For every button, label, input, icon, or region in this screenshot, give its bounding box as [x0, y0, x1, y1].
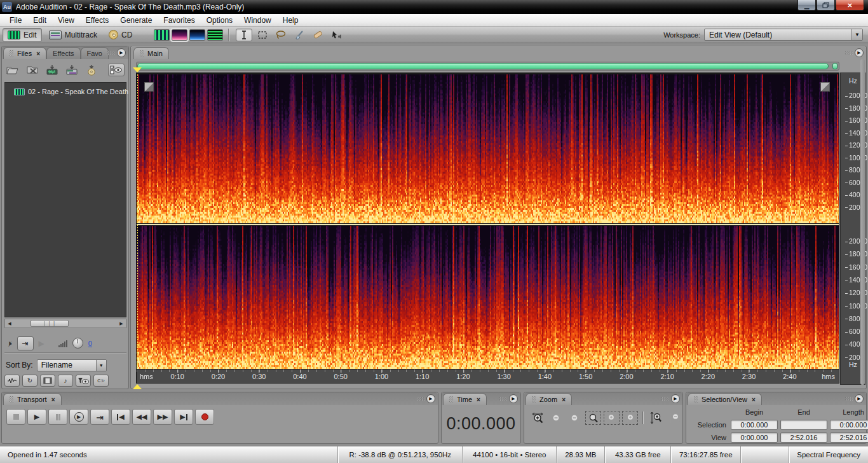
view-begin-field[interactable]: 0:00.000	[731, 432, 778, 443]
playhead-marker-bottom-icon[interactable]	[133, 384, 142, 389]
scroll-left-icon[interactable]: ◀	[5, 319, 14, 328]
file-list[interactable]: 02 - Rage - Speak Of The Death	[4, 82, 126, 317]
tab-transport[interactable]: Transport ×	[3, 393, 62, 405]
menu-effects[interactable]: Effects	[80, 15, 114, 26]
panel-menu-button[interactable]: ▶	[855, 394, 864, 403]
display-corner-handle[interactable]	[144, 82, 154, 92]
menu-edit[interactable]: Edit	[27, 15, 52, 26]
menu-view[interactable]: View	[52, 15, 80, 26]
zoom-to-selection-icon[interactable]	[585, 411, 601, 425]
menu-file[interactable]: File	[4, 15, 27, 26]
menu-generate[interactable]: Generate	[114, 15, 158, 26]
horizontal-zoom-navigator[interactable]	[136, 62, 839, 71]
navigator-thumb[interactable]	[137, 63, 829, 69]
multitrack-view-button[interactable]: Multitrack	[44, 28, 102, 42]
go-to-end-button[interactable]: ▶	[174, 409, 193, 425]
menu-favorites[interactable]: Favorites	[158, 15, 200, 26]
minimize-button[interactable]: ▁	[797, 0, 816, 11]
menu-window[interactable]: Window	[238, 15, 277, 26]
import-file-icon[interactable]	[45, 64, 59, 76]
mute-speaker-icon[interactable]: 🕨̷	[7, 339, 12, 348]
edit-view-button[interactable]: Edit	[3, 28, 42, 42]
show-options-icon[interactable]	[108, 64, 125, 76]
selection-length-field[interactable]: 0:00.000	[830, 420, 868, 430]
file-item[interactable]: 02 - Rage - Speak Of The Death	[5, 86, 126, 97]
spectrogram-left-channel[interactable]	[137, 74, 839, 223]
selection-begin-field[interactable]: 0:00.000	[731, 420, 778, 430]
pause-button[interactable]	[48, 409, 67, 425]
zoom-in-horizontal-icon[interactable]	[530, 411, 546, 425]
show-video-icon[interactable]	[40, 375, 55, 387]
zoom-out-full-icon[interactable]	[567, 411, 583, 425]
display-corner-handle[interactable]	[820, 82, 830, 92]
spectral-frequency-view-icon[interactable]	[172, 29, 187, 41]
insert-into-cd-icon[interactable]	[85, 64, 98, 76]
stop-button[interactable]	[6, 409, 25, 425]
menu-help[interactable]: Help	[277, 15, 304, 26]
cd-view-button[interactable]: CD	[104, 28, 137, 42]
open-file-icon[interactable]	[6, 64, 20, 76]
show-loops-icon[interactable]: ↻	[22, 375, 37, 387]
show-audio-icon[interactable]	[4, 375, 20, 387]
close-tab-icon[interactable]: ×	[477, 396, 480, 403]
zoom-out-horizontal-icon[interactable]	[548, 411, 564, 425]
tab-main[interactable]: Main	[133, 47, 169, 59]
view-end-field[interactable]: 2:52.016	[780, 432, 827, 443]
waveform-view-icon[interactable]	[154, 29, 170, 41]
play-preview-icon[interactable]: ▶	[39, 339, 44, 348]
tab-time[interactable]: Time ×	[443, 393, 487, 405]
insert-into-multitrack-icon[interactable]	[65, 64, 79, 76]
menu-options[interactable]: Options	[201, 15, 238, 26]
zoom-to-selection-left-icon[interactable]	[604, 411, 620, 425]
selection-end-field[interactable]	[780, 420, 827, 430]
close-tab-icon[interactable]: ×	[752, 396, 756, 403]
time-selection-tool-icon[interactable]	[236, 29, 252, 41]
tab-selection-view[interactable]: Selection/View ×	[688, 393, 762, 405]
panel-menu-button[interactable]: ▶	[426, 394, 435, 403]
spectrogram-right-channel[interactable]	[137, 226, 839, 369]
filter-eye-icon[interactable]	[76, 375, 91, 387]
close-tab-icon[interactable]: ×	[562, 396, 566, 403]
panel-menu-button[interactable]: ▶	[855, 48, 864, 57]
zoom-out-vertical-icon[interactable]	[666, 411, 682, 425]
spectral-phase-view-icon[interactable]	[207, 29, 223, 41]
marquee-selection-tool-icon[interactable]	[254, 29, 271, 41]
panel-menu-button[interactable]: ▶	[671, 394, 680, 403]
tab-zoom[interactable]: Zoom ×	[526, 393, 572, 405]
workspace-select[interactable]: Edit View (Default) ▼	[704, 29, 863, 41]
tab-favorites[interactable]: Favo	[81, 47, 109, 59]
sort-by-select[interactable]: Filename ▼	[37, 359, 107, 371]
panel-menu-button[interactable]: ▶	[117, 48, 126, 57]
scrollbar-thumb[interactable]: ❘❘❘	[31, 320, 69, 327]
spectral-pan-view-icon[interactable]	[189, 29, 205, 41]
close-tab-icon[interactable]: ×	[36, 50, 40, 57]
tab-effects[interactable]: Effects	[46, 47, 80, 59]
restore-button[interactable]	[817, 0, 835, 11]
tab-files[interactable]: Files ×	[3, 47, 46, 59]
scroll-right-icon[interactable]: ▶	[117, 319, 126, 328]
horizontal-scrollbar[interactable]: ◀ ❘❘❘ ▶	[4, 319, 126, 328]
scrub-tool-icon[interactable]	[328, 29, 344, 41]
zoom-to-selection-right-icon[interactable]	[622, 411, 638, 425]
record-button[interactable]	[195, 409, 214, 425]
spot-healing-brush-tool-icon[interactable]	[309, 29, 326, 41]
playhead-marker-top-icon[interactable]	[133, 67, 142, 73]
effects-paintbrush-tool-icon[interactable]	[291, 29, 308, 41]
navigator-nub[interactable]	[832, 63, 837, 69]
panel-menu-button[interactable]: ▶	[509, 394, 518, 403]
zoom-in-vertical-icon[interactable]	[648, 411, 663, 425]
fast-forward-button[interactable]: ▶▶	[153, 409, 172, 425]
close-button[interactable]: ✕	[836, 0, 864, 11]
close-file-icon[interactable]	[25, 64, 39, 76]
preview-volume-link[interactable]: 0	[88, 340, 92, 347]
lasso-selection-tool-icon[interactable]	[273, 29, 289, 41]
volume-knob-icon[interactable]	[72, 338, 83, 349]
autoplay-button[interactable]: ⇥	[17, 336, 34, 350]
show-midi-icon[interactable]: ♪	[58, 375, 73, 387]
show-paths-icon[interactable]: C:\›	[93, 375, 109, 387]
rewind-button[interactable]: ◀◀	[132, 409, 151, 425]
loop-play-button[interactable]: ⇥	[90, 409, 109, 425]
current-time-display[interactable]: 0:00.000	[442, 414, 520, 434]
play-from-cursor-button[interactable]: ▶	[69, 409, 88, 425]
spectral-display[interactable]: hms 0:100:200:300:400:501:001:101:201:30…	[136, 73, 839, 384]
